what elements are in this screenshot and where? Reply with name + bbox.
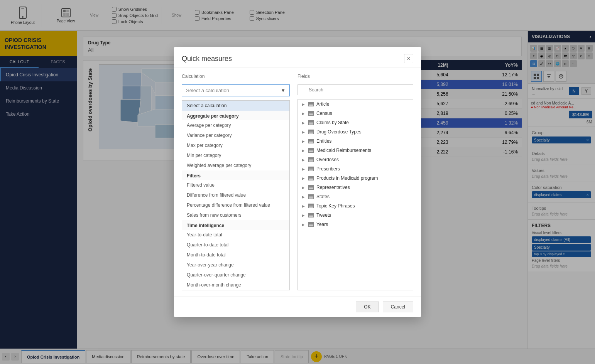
svg-rect-70 bbox=[309, 222, 313, 224]
svg-rect-45 bbox=[309, 142, 313, 143]
calc-group-header: Aggregate per category bbox=[182, 111, 289, 120]
svg-rect-71 bbox=[309, 224, 313, 225]
field-expand-arrow: ▶ bbox=[302, 121, 306, 125]
field-name: Prescribers bbox=[316, 166, 340, 172]
field-table-icon bbox=[308, 204, 314, 208]
fields-list-item[interactable]: ▶ Entities bbox=[298, 136, 413, 146]
field-name: Medicaid Reimbursements bbox=[316, 148, 371, 153]
calc-list-item[interactable]: Weighted average per category bbox=[182, 160, 289, 170]
svg-rect-51 bbox=[309, 160, 313, 162]
calc-list-item[interactable]: Difference from filtered value bbox=[182, 190, 289, 200]
field-expand-arrow: ▶ bbox=[302, 102, 306, 106]
calc-list-item[interactable]: Percentage difference from filtered valu… bbox=[182, 200, 289, 210]
svg-rect-34 bbox=[309, 111, 313, 113]
cancel-button[interactable]: Cancel bbox=[383, 302, 413, 312]
fields-list-item[interactable]: ▶ Products in Medicaid program bbox=[298, 174, 413, 183]
field-table-icon bbox=[308, 185, 314, 190]
svg-rect-69 bbox=[309, 216, 313, 217]
fields-list[interactable]: ▶ Article ▶ Census ▶ Claims by State ▶ D… bbox=[298, 99, 413, 290]
calc-list-item[interactable]: Year-to-date total bbox=[182, 230, 289, 240]
calc-list-item[interactable]: Variance per category bbox=[182, 130, 289, 140]
field-table-icon bbox=[308, 176, 314, 180]
svg-rect-67 bbox=[309, 213, 313, 214]
svg-rect-57 bbox=[309, 179, 313, 180]
calc-list-item[interactable]: Average per category bbox=[182, 120, 289, 130]
fields-list-item[interactable]: ▶ Medicaid Reimbursements bbox=[298, 146, 413, 155]
field-name: Years bbox=[316, 222, 328, 227]
fields-search-wrap: 🔍 bbox=[298, 84, 413, 95]
calc-list-item[interactable]: Year-over-year change bbox=[182, 260, 289, 270]
svg-rect-32 bbox=[309, 104, 313, 105]
field-expand-arrow: ▶ bbox=[302, 111, 306, 116]
calc-dropdown[interactable]: Select a calculation ▼ bbox=[182, 84, 290, 96]
svg-rect-41 bbox=[309, 131, 313, 133]
field-expand-arrow: ▶ bbox=[302, 176, 306, 180]
modal-fields-panel: Fields 🔍 ▶ Article ▶ Census ▶ Claims by … bbox=[298, 74, 413, 290]
svg-rect-38 bbox=[309, 122, 313, 123]
svg-rect-66 bbox=[309, 207, 313, 208]
svg-rect-33 bbox=[309, 105, 313, 106]
calc-group-header: Filters bbox=[182, 170, 289, 180]
field-name: Topic Key Phrases bbox=[316, 203, 355, 209]
fields-search-input[interactable] bbox=[298, 84, 413, 95]
svg-rect-68 bbox=[309, 215, 313, 216]
modal-footer: OK Cancel bbox=[174, 297, 421, 317]
calc-list-item-select[interactable]: Select a calculation bbox=[182, 101, 289, 111]
fields-list-item[interactable]: ▶ Topic Key Phrases bbox=[298, 201, 413, 211]
modal-overlay[interactable]: Quick measures × Calculation Select a ca… bbox=[0, 0, 595, 364]
svg-rect-62 bbox=[309, 196, 313, 197]
svg-rect-58 bbox=[309, 185, 313, 187]
modal-calculation-panel: Calculation Select a calculation ▼ Selec… bbox=[182, 74, 290, 290]
fields-list-item[interactable]: ▶ Census bbox=[298, 109, 413, 118]
fields-list-item[interactable]: ▶ Representatives bbox=[298, 183, 413, 192]
calc-list-item[interactable]: Filtered value bbox=[182, 180, 289, 190]
field-table-icon bbox=[308, 111, 314, 116]
svg-rect-54 bbox=[309, 170, 313, 171]
field-expand-arrow: ▶ bbox=[302, 158, 306, 162]
field-name: Overdoses bbox=[316, 157, 339, 162]
field-table-icon bbox=[308, 102, 314, 106]
fields-list-item[interactable]: ▶ States bbox=[298, 192, 413, 201]
svg-rect-44 bbox=[309, 141, 313, 142]
calc-list-item[interactable]: Sales from new customers bbox=[182, 210, 289, 220]
field-table-icon bbox=[308, 157, 314, 162]
calc-list-item[interactable]: Min per category bbox=[182, 150, 289, 160]
field-table-icon bbox=[308, 194, 314, 199]
svg-rect-56 bbox=[309, 178, 313, 179]
modal-title: Quick measures bbox=[182, 55, 232, 63]
calc-list-item[interactable]: Month-over-month change bbox=[182, 280, 289, 290]
modal-header: Quick measures × bbox=[174, 47, 421, 67]
fields-list-item[interactable]: ▶ Overdoses bbox=[298, 155, 413, 164]
field-table-icon bbox=[308, 139, 314, 143]
calc-dropdown-arrow: ▼ bbox=[281, 88, 286, 93]
ok-button[interactable]: OK bbox=[356, 302, 379, 312]
fields-list-item[interactable]: ▶ Article bbox=[298, 99, 413, 109]
svg-rect-49 bbox=[309, 158, 313, 159]
fields-list-item[interactable]: ▶ Drug Overdose Types bbox=[298, 127, 413, 136]
calc-list-item[interactable]: Max per category bbox=[182, 140, 289, 150]
field-expand-arrow: ▶ bbox=[302, 185, 306, 190]
svg-rect-40 bbox=[309, 130, 313, 131]
fields-list-item[interactable]: ▶ Years bbox=[298, 220, 413, 229]
svg-rect-48 bbox=[309, 151, 313, 152]
calc-list-item[interactable]: Quarter-over-quarter change bbox=[182, 270, 289, 280]
calc-group-header: Time intelligence bbox=[182, 220, 289, 230]
field-table-icon bbox=[308, 120, 314, 125]
fields-list-item[interactable]: ▶ Prescribers bbox=[298, 164, 413, 174]
field-expand-arrow: ▶ bbox=[302, 139, 306, 143]
modal-close-button[interactable]: × bbox=[404, 54, 413, 63]
calc-list-item[interactable]: Quarter-to-date total bbox=[182, 240, 289, 250]
fields-list-item[interactable]: ▶ Tweets bbox=[298, 211, 413, 220]
calc-list[interactable]: Select a calculationAggregate per catego… bbox=[182, 100, 290, 290]
svg-rect-43 bbox=[309, 139, 313, 140]
field-name: Claims by State bbox=[316, 120, 349, 125]
field-name: Census bbox=[316, 111, 332, 116]
field-expand-arrow: ▶ bbox=[302, 148, 306, 153]
calc-list-item[interactable]: Rolling average bbox=[182, 290, 289, 290]
calc-list-item[interactable]: Month-to-date total bbox=[182, 250, 289, 260]
svg-rect-55 bbox=[309, 176, 313, 177]
svg-rect-36 bbox=[309, 114, 313, 115]
fields-list-item[interactable]: ▶ Claims by State bbox=[298, 118, 413, 127]
svg-rect-65 bbox=[309, 206, 313, 207]
svg-rect-39 bbox=[309, 123, 313, 125]
